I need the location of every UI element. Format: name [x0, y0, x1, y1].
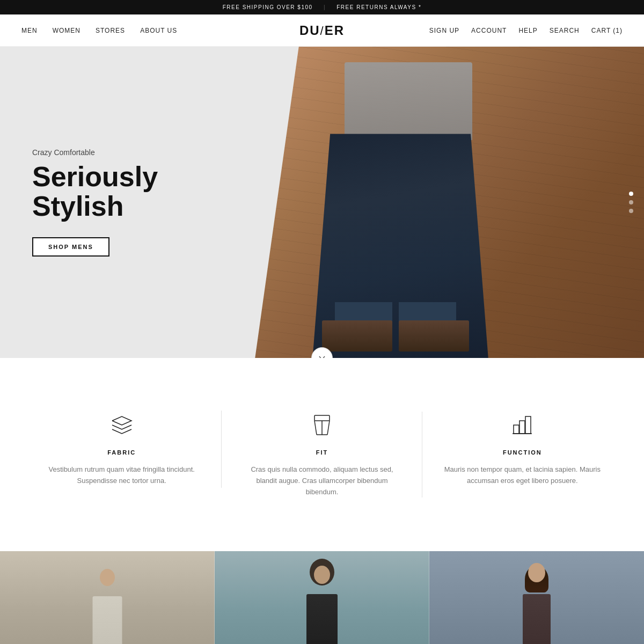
svg-rect-0: [314, 415, 330, 421]
shirt: [345, 62, 472, 140]
nav-men[interactable]: MEN: [21, 27, 38, 34]
slider-dot-3[interactable]: [629, 209, 633, 213]
cart-button[interactable]: CART (1): [591, 27, 623, 34]
nav-search[interactable]: SEARCH: [550, 27, 580, 34]
chevron-down-icon: [318, 354, 326, 358]
shop-mens-button[interactable]: SHOP MENS: [32, 237, 109, 257]
nav-stores[interactable]: STORES: [96, 27, 125, 34]
unisex-head: [314, 566, 330, 584]
nav-signup[interactable]: SIGN UP: [429, 27, 459, 34]
svg-rect-3: [514, 425, 519, 434]
logo-slash: /: [320, 24, 325, 38]
products-section: [0, 551, 644, 644]
feature-fabric: FABRIC Vestibulum rutrum quam vitae frin…: [21, 401, 222, 497]
nav-right: SIGN UP ACCOUNT HELP SEARCH CART (1): [429, 27, 623, 34]
unisex-jacket: [306, 594, 338, 644]
nav-women[interactable]: WOMEN: [53, 27, 80, 34]
women-top: [523, 594, 551, 644]
banner-text2: FREE RETURNS ALWAYS *: [336, 4, 421, 10]
nav-help[interactable]: HELP: [518, 27, 537, 34]
hero-section: Crazy Comfortable Seriously Stylish SHOP…: [0, 47, 644, 358]
fabric-icon: [43, 412, 200, 438]
nav-about[interactable]: ABOUT US: [140, 27, 177, 34]
women-head: [528, 563, 545, 582]
banner-divider: |: [324, 4, 326, 10]
hero-text-block: Crazy Comfortable Seriously Stylish SHOP…: [32, 148, 158, 256]
men-shirt: [93, 596, 122, 644]
nav-left: MEN WOMEN STORES ABOUT US: [21, 27, 177, 34]
boot-right: [399, 320, 469, 352]
hero-title-line1: Seriously: [32, 161, 158, 192]
fit-title: FIT: [243, 449, 400, 456]
hero-title: Seriously Stylish: [32, 162, 158, 221]
hero-title-line2: Stylish: [32, 191, 124, 222]
hero-content: Crazy Comfortable Seriously Stylish SHOP…: [0, 47, 245, 358]
feature-fit: FIT Cras quis nulla commodo, aliquam lec…: [222, 401, 422, 508]
feature-function: FUNCTION Mauris non tempor quam, et laci…: [422, 401, 623, 497]
men-person: [21, 551, 193, 644]
slider-dot-1[interactable]: [629, 192, 633, 196]
product-card-men[interactable]: [0, 551, 215, 644]
fabric-desc: Vestibulum rutrum quam vitae fringilla t…: [43, 464, 200, 487]
fabric-title: FABRIC: [43, 449, 200, 456]
fit-desc: Cras quis nulla commodo, aliquam lectus …: [243, 464, 400, 497]
men-head: [100, 569, 115, 586]
svg-rect-5: [525, 416, 531, 434]
product-card-unisex[interactable]: [215, 551, 429, 644]
women-person: [451, 551, 623, 644]
hero-subtitle: Crazy Comfortable: [32, 148, 158, 157]
header: MEN WOMEN STORES ABOUT US DU/ER SIGN UP …: [0, 14, 644, 47]
features-section: FABRIC Vestibulum rutrum quam vitae frin…: [0, 358, 644, 551]
product-card-women[interactable]: [429, 551, 644, 644]
banner-text1: FREE SHIPPING OVER $100: [223, 4, 313, 10]
hero-person-container: [265, 47, 584, 358]
site-logo[interactable]: DU/ER: [299, 23, 345, 38]
slider-dots: [629, 192, 633, 213]
top-banner: FREE SHIPPING OVER $100 | FREE RETURNS A…: [0, 0, 644, 14]
slider-dot-2[interactable]: [629, 200, 633, 204]
svg-rect-4: [519, 421, 525, 434]
boot-left: [322, 320, 392, 352]
fit-icon: [243, 412, 400, 438]
hero-image: [245, 47, 644, 358]
unisex-person: [236, 551, 408, 644]
function-icon: [444, 412, 601, 438]
function-desc: Mauris non tempor quam, et lacinia sapie…: [444, 464, 601, 487]
nav-account[interactable]: ACCOUNT: [471, 27, 507, 34]
function-title: FUNCTION: [444, 449, 601, 456]
